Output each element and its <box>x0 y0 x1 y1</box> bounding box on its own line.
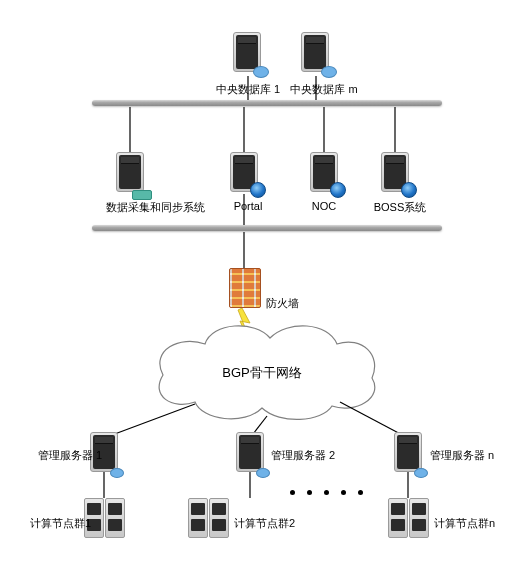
compute-cluster-n-icon <box>388 498 430 538</box>
data-collection-sync-icon <box>116 152 146 196</box>
mgmt-server-n-icon <box>394 432 424 476</box>
portal-label: Portal <box>234 200 263 212</box>
data-collection-sync-label: 数据采集和同步系统 <box>106 200 205 215</box>
mgmt-server-n-label: 管理服务器 n <box>430 448 494 463</box>
central-db-1-label: 中央数据库 1 <box>216 82 280 97</box>
compute-cluster-2-label: 计算节点群2 <box>234 516 295 531</box>
mgmt-server-2-label: 管理服务器 2 <box>271 448 335 463</box>
central-db-m-label: 中央数据库 m <box>290 82 357 97</box>
firewall-icon <box>229 268 261 308</box>
mgmt-server-2-icon <box>236 432 266 476</box>
central-db-m-icon <box>301 32 331 76</box>
bus-bottom <box>92 225 442 231</box>
compute-cluster-2-icon <box>188 498 230 538</box>
ellipsis-dots <box>290 490 363 495</box>
portal-server-icon <box>230 152 260 196</box>
central-db-1-icon <box>233 32 263 76</box>
boss-label: BOSS系统 <box>374 200 427 215</box>
boss-server-icon <box>381 152 411 196</box>
compute-cluster-1-label: 计算节点群1 <box>30 516 91 531</box>
compute-cluster-n-label: 计算节点群n <box>434 516 495 531</box>
noc-label: NOC <box>312 200 336 212</box>
firewall-label: 防火墙 <box>266 296 299 311</box>
noc-server-icon <box>310 152 340 196</box>
bgp-label: BGP骨干网络 <box>222 364 301 382</box>
mgmt-server-1-label: 管理服务器 1 <box>38 448 102 463</box>
bus-top <box>92 100 442 106</box>
